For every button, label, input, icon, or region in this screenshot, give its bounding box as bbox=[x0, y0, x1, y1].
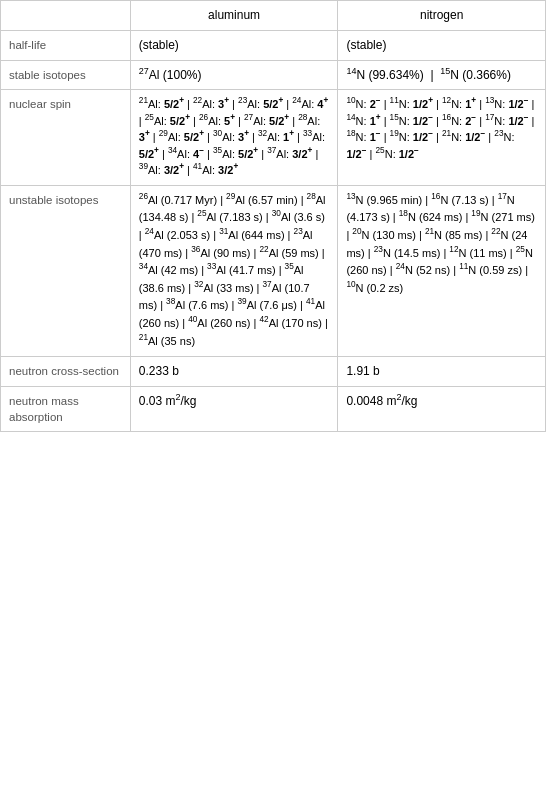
aluminum-half-life: (stable) bbox=[130, 30, 338, 60]
aluminum-unstable-isotopes: 26Al (0.717 Myr) | 29Al (6.57 min) | 28A… bbox=[130, 185, 338, 356]
label-stable-isotopes: stable isotopes bbox=[1, 60, 131, 90]
nitrogen-neutron-cross-section: 1.91 b bbox=[338, 357, 546, 387]
row-stable-isotopes: stable isotopes 27Al (100%) 14N (99.634%… bbox=[1, 60, 546, 90]
aluminum-stable-isotopes: 27Al (100%) bbox=[130, 60, 338, 90]
aluminum-neutron-mass-absorption: 0.03 m2/kg bbox=[130, 387, 338, 432]
label-neutron-mass-absorption: neutron mass absorption bbox=[1, 387, 131, 432]
col-header-label bbox=[1, 1, 131, 31]
label-nuclear-spin: nuclear spin bbox=[1, 90, 131, 186]
aluminum-nuclear-spin: 21Al: 5/2+ | 22Al: 3+ | 23Al: 5/2+ | 24A… bbox=[130, 90, 338, 186]
row-half-life: half-life (stable) (stable) bbox=[1, 30, 546, 60]
label-unstable-isotopes: unstable isotopes bbox=[1, 185, 131, 356]
label-half-life: half-life bbox=[1, 30, 131, 60]
row-unstable-isotopes: unstable isotopes 26Al (0.717 Myr) | 29A… bbox=[1, 185, 546, 356]
nitrogen-stable-isotopes: 14N (99.634%) | 15N (0.366%) bbox=[338, 60, 546, 90]
aluminum-neutron-cross-section: 0.233 b bbox=[130, 357, 338, 387]
label-neutron-cross-section: neutron cross-section bbox=[1, 357, 131, 387]
row-nuclear-spin: nuclear spin 21Al: 5/2+ | 22Al: 3+ | 23A… bbox=[1, 90, 546, 186]
nitrogen-half-life: (stable) bbox=[338, 30, 546, 60]
row-neutron-mass-absorption: neutron mass absorption 0.03 m2/kg 0.004… bbox=[1, 387, 546, 432]
row-neutron-cross-section: neutron cross-section 0.233 b 1.91 b bbox=[1, 357, 546, 387]
nitrogen-neutron-mass-absorption: 0.0048 m2/kg bbox=[338, 387, 546, 432]
col-header-nitrogen: nitrogen bbox=[338, 1, 546, 31]
nitrogen-nuclear-spin: 10N: 2− | 11N: 1/2+ | 12N: 1+ | 13N: 1/2… bbox=[338, 90, 546, 186]
col-header-aluminum: aluminum bbox=[130, 1, 338, 31]
nitrogen-unstable-isotopes: 13N (9.965 min) | 16N (7.13 s) | 17N (4.… bbox=[338, 185, 546, 356]
